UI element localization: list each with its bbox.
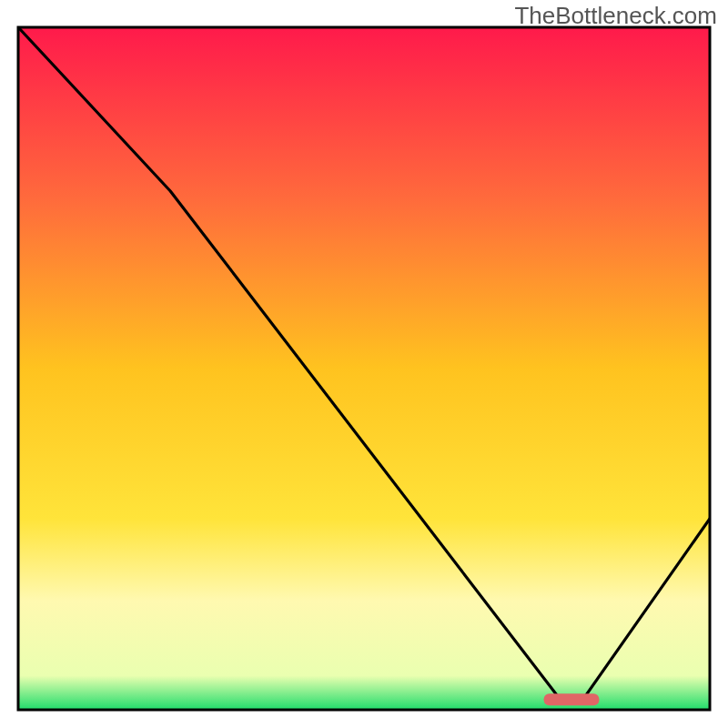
optimal-marker	[544, 693, 600, 705]
chart-stage: TheBottleneck.com	[0, 0, 728, 728]
gradient-background	[18, 27, 710, 710]
plot-area	[18, 27, 710, 710]
watermark-text: TheBottleneck.com	[514, 2, 717, 30]
bottleneck-chart	[0, 0, 728, 728]
